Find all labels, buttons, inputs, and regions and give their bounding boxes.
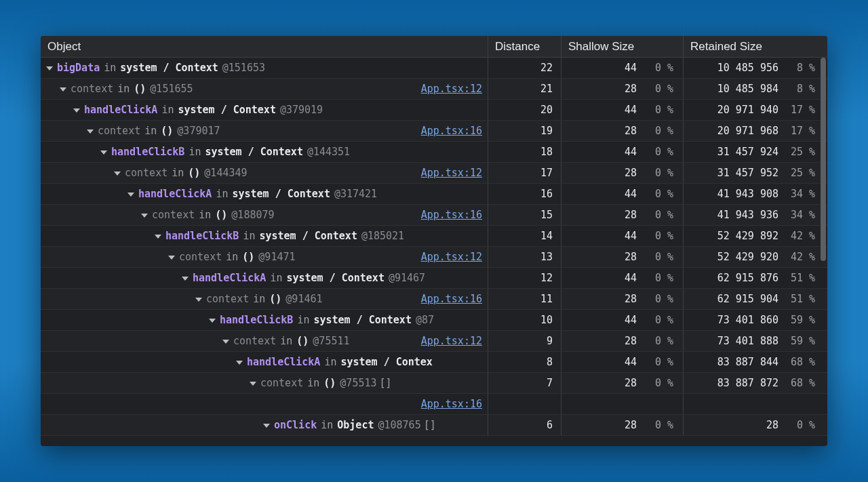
property-name: handleClickA xyxy=(138,188,212,200)
source-link[interactable]: App.tsx:16 xyxy=(421,209,482,221)
table-row[interactable]: handleClickBinsystem / Context@8710440 %… xyxy=(41,310,827,331)
cell-retained: 20 971 94017 % xyxy=(684,100,827,120)
source-link[interactable]: App.tsx:12 xyxy=(421,251,482,263)
shallow-value: 28 xyxy=(625,377,637,389)
table-row[interactable]: contextin()@379017App.tsx:1619280 %20 97… xyxy=(41,121,827,142)
source-link[interactable]: App.tsx:12 xyxy=(421,167,482,179)
table-row[interactable]: onClickinObject@108765[]6280 %280 % xyxy=(41,415,827,436)
cell-distance: 21 xyxy=(488,79,561,99)
in-keyword: in xyxy=(307,377,319,389)
expand-caret-icon[interactable] xyxy=(46,66,53,71)
expand-caret-icon[interactable] xyxy=(114,172,121,176)
container-name: () xyxy=(215,209,227,221)
cell-object: handleClickAinsystem / Context@379019 xyxy=(41,100,488,120)
in-keyword: in xyxy=(172,167,184,179)
cell-object: contextin()@91461App.tsx:16 xyxy=(41,289,488,309)
column-header-distance[interactable]: Distance xyxy=(488,36,561,57)
expand-caret-icon[interactable] xyxy=(60,87,66,92)
shallow-value: 28 xyxy=(625,125,637,137)
expand-caret-icon[interactable] xyxy=(222,340,229,344)
shallow-value: 44 xyxy=(625,146,637,158)
source-link[interactable]: App.tsx:12 xyxy=(421,83,482,95)
vertical-scrollbar[interactable] xyxy=(821,58,826,261)
retained-value: 83 887 844 xyxy=(717,356,778,368)
property-name: handleClickA xyxy=(84,104,157,116)
expand-caret-icon[interactable] xyxy=(155,235,161,239)
source-link[interactable]: App.tsx:16 xyxy=(421,293,482,305)
object-id: @144349 xyxy=(204,167,247,179)
table-row[interactable]: contextin()@151655App.tsx:1221280 %10 48… xyxy=(41,79,827,100)
shallow-percent: 0 % xyxy=(646,335,673,347)
cell-distance: 15 xyxy=(488,205,561,225)
retained-value: 31 457 952 xyxy=(717,167,778,179)
shallow-percent: 0 % xyxy=(646,419,673,431)
table-row[interactable]: contextin()@144349App.tsx:1217280 %31 45… xyxy=(41,163,827,184)
expand-caret-icon[interactable] xyxy=(141,214,148,218)
source-link[interactable]: App.tsx:12 xyxy=(421,335,482,347)
cell-distance: 13 xyxy=(488,247,561,267)
table-row[interactable]: handleClickBinsystem / Context@185021144… xyxy=(41,226,827,247)
in-keyword: in xyxy=(321,419,333,431)
expand-caret-icon[interactable] xyxy=(263,424,270,428)
table-header: Object Distance Shallow Size Retained Si… xyxy=(41,36,827,58)
retained-percent: 34 % xyxy=(788,209,815,221)
expand-caret-icon[interactable] xyxy=(127,193,134,197)
retained-value: 62 915 904 xyxy=(717,293,778,305)
retained-value: 73 401 860 xyxy=(717,314,778,326)
expand-caret-icon[interactable] xyxy=(209,319,216,323)
container-name: system / Context xyxy=(178,104,276,116)
cell-retained: 62 915 87651 % xyxy=(684,268,827,288)
retained-percent: 25 % xyxy=(788,167,815,179)
object-id: @91467 xyxy=(389,272,425,284)
retained-percent: 59 % xyxy=(788,335,815,347)
table-row[interactable]: handleClickAinsystem / Context@317421164… xyxy=(41,184,827,205)
container-name: () xyxy=(323,377,336,389)
retained-value: 52 429 892 xyxy=(717,230,778,242)
table-row[interactable]: handleClickBinsystem / Context@144351184… xyxy=(41,142,827,163)
table-row[interactable]: App.tsx:16 xyxy=(41,394,827,415)
shallow-value: 28 xyxy=(625,209,637,221)
shallow-value: 44 xyxy=(625,104,637,116)
table-row[interactable]: contextin()@75513[]7280 %83 887 87268 % xyxy=(41,373,827,394)
source-link[interactable]: App.tsx:16 xyxy=(421,398,482,410)
object-id: @317421 xyxy=(334,188,377,200)
expand-caret-icon[interactable] xyxy=(250,382,256,386)
column-header-object[interactable]: Object xyxy=(41,36,488,57)
table-row[interactable]: handleClickAinsystem / Context@379019204… xyxy=(41,100,827,121)
table-row[interactable]: handleClickAinsystem / Contex8440 %83 88… xyxy=(41,352,827,373)
cell-retained: 10 485 9568 % xyxy=(684,58,827,78)
table-row[interactable]: contextin()@75511App.tsx:129280 %73 401 … xyxy=(41,331,827,352)
property-name: handleClickB xyxy=(111,146,184,158)
source-link[interactable]: App.tsx:16 xyxy=(421,125,482,137)
expand-caret-icon[interactable] xyxy=(168,256,175,260)
table-row[interactable]: contextin()@188079App.tsx:1615280 %41 94… xyxy=(41,205,827,226)
table-row[interactable]: contextin()@91461App.tsx:1611280 %62 915… xyxy=(41,289,827,310)
expand-caret-icon[interactable] xyxy=(87,129,94,134)
retained-percent: 42 % xyxy=(788,230,815,242)
cell-object: contextin()@144349App.tsx:12 xyxy=(41,163,488,183)
expand-caret-icon[interactable] xyxy=(195,298,202,302)
retained-percent: 68 % xyxy=(788,377,815,389)
container-name: () xyxy=(242,251,254,263)
expand-caret-icon[interactable] xyxy=(182,277,189,281)
retained-value: 62 915 876 xyxy=(717,272,778,284)
retained-percent: 59 % xyxy=(788,314,815,326)
cell-distance: 14 xyxy=(488,226,561,246)
column-header-retained[interactable]: Retained Size xyxy=(684,36,827,57)
table-row[interactable]: handleClickAinsystem / Context@914671244… xyxy=(41,268,827,289)
expand-caret-icon[interactable] xyxy=(100,150,107,155)
cell-distance: 19 xyxy=(488,121,561,141)
table-row[interactable]: bigDatainsystem / Context@15165322440 %1… xyxy=(41,58,827,79)
retained-value: 10 485 984 xyxy=(717,83,778,95)
column-header-shallow[interactable]: Shallow Size xyxy=(561,36,684,57)
expand-caret-icon[interactable] xyxy=(73,108,80,113)
table-row[interactable]: contextin()@91471App.tsx:1213280 %52 429… xyxy=(41,247,827,268)
cell-distance: 18 xyxy=(488,142,561,162)
cell-object: handleClickBinsystem / Context@144351 xyxy=(41,142,488,162)
retained-percent: 25 % xyxy=(788,146,815,158)
retained-value: 20 971 940 xyxy=(717,104,778,116)
expand-caret-icon[interactable] xyxy=(236,361,243,365)
cell-shallow: 440 % xyxy=(561,268,684,288)
cell-retained: 31 457 92425 % xyxy=(684,142,827,162)
retained-percent: 68 % xyxy=(788,356,815,368)
